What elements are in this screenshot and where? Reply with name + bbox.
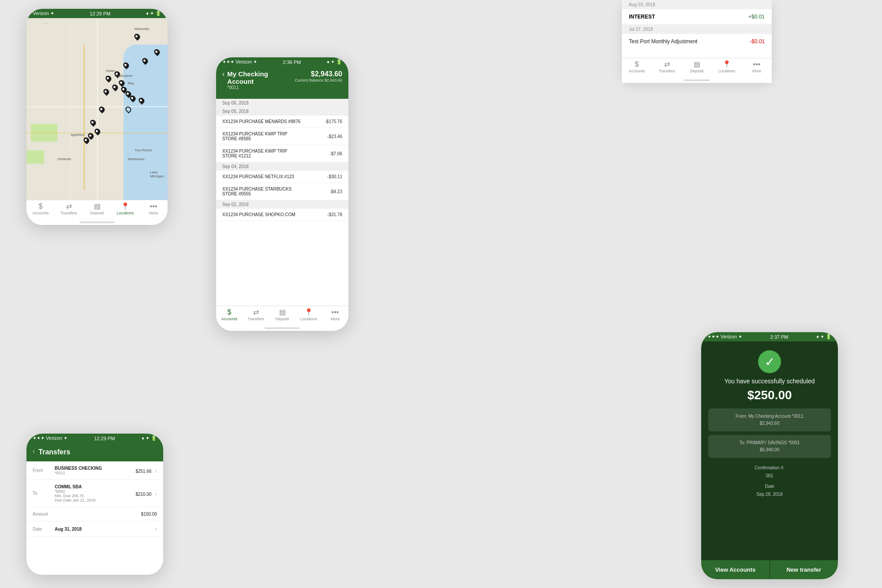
txn-row-kwip1[interactable]: XX1234 PURCHASE KWIP TRIP STORE #8585 -$… xyxy=(216,128,348,145)
nav-more-checking[interactable]: ••• More xyxy=(322,309,348,321)
txn-amount: -$31.78 xyxy=(327,212,342,217)
nav-more-map[interactable]: ••• More xyxy=(139,203,168,215)
bottom-nav-txn: $ Accounts ⇄ Transfers ▤ Deposit 📍 Locat… xyxy=(622,58,772,78)
nav-transfers-txn[interactable]: ⇄ Transfers xyxy=(652,61,682,73)
transfer-row-amount[interactable]: Amount $150.00 xyxy=(26,507,163,521)
to-label: To xyxy=(33,491,55,496)
accounts-icon-checking: $ xyxy=(228,309,232,316)
nav-deposit-map[interactable]: ▤ Deposit xyxy=(83,203,111,215)
txn-row-starbucks[interactable]: XX1234 PURCHASE STARBUCKS STORE #0555 -$… xyxy=(216,183,348,200)
carrier-checking: ✦✦✦ Verizon ✦ xyxy=(222,59,257,65)
time-transfers: 12:29 PM xyxy=(94,436,115,441)
accounts-icon-txn: $ xyxy=(635,61,639,68)
nav-label-deposit-map: Deposit xyxy=(90,211,104,215)
status-bar-success: ✦✦✦ Verizon ✦ 2:37 PM ♦ ✦ 🔋 xyxy=(701,332,838,341)
view-accounts-button[interactable]: View Accounts xyxy=(701,560,770,579)
nav-locations-map[interactable]: 📍 Locations xyxy=(111,203,139,215)
back-btn-transfers[interactable]: ‹ xyxy=(33,447,35,455)
to-chevron: › xyxy=(155,491,157,497)
txn-row-shopko[interactable]: XX1234 PURCHASE SHOPKO.COM -$31.78 xyxy=(216,209,348,221)
success-action-buttons: View Accounts New transfer xyxy=(701,560,838,579)
nav-deposit-checking[interactable]: ▤ Deposit xyxy=(269,309,295,321)
txn-amount: -$175.76 xyxy=(325,119,342,124)
nav-deposit-txn[interactable]: ▤ Deposit xyxy=(682,61,712,73)
nav-accounts-txn[interactable]: $ Accounts xyxy=(622,61,652,73)
accounts-icon-map: $ xyxy=(39,203,43,210)
nav-transfers-checking[interactable]: ⇄ Transfers xyxy=(243,309,269,321)
amount-value: $150.00 xyxy=(141,512,157,517)
success-to-box: To: PRIMARY SAVINGS *0001 $6,940.00 xyxy=(708,435,831,458)
nav-accounts-map[interactable]: $ Accounts xyxy=(26,203,55,215)
home-indicator-map xyxy=(26,220,168,225)
from-label: From xyxy=(33,468,55,473)
map-area[interactable]: Hawe Aubauquee Bay Appleton Oshkosh Two … xyxy=(26,18,168,200)
signal-map: ♦ ✦ 🔋 xyxy=(146,11,161,16)
home-indicator-txn xyxy=(622,78,772,83)
interest-label: INTEREST xyxy=(629,14,655,20)
nav-label-transfers-map: Transfers xyxy=(60,211,77,215)
back-button-checking[interactable]: ‹ xyxy=(222,70,224,78)
nav-label-more-checking: More xyxy=(331,317,340,321)
transfers-icon-map: ⇄ xyxy=(66,203,72,210)
phone-success-frame: ✦✦✦ Verizon ✦ 2:37 PM ♦ ✦ 🔋 ✓ You have s… xyxy=(701,332,838,579)
nav-transfers-map[interactable]: ⇄ Transfers xyxy=(55,203,83,215)
account-header: ‹ My Checking Account *0011 $2,943.60 Cu… xyxy=(216,67,348,99)
signal-transfers: ♦ ✦ 🔋 xyxy=(142,435,157,441)
confirmation-number: 001 xyxy=(766,473,774,478)
nav-more-txn[interactable]: ••• More xyxy=(742,61,772,73)
nav-label-locations-checking: Locations xyxy=(300,317,318,321)
date-aug03: Aug 03, 2018 xyxy=(622,0,772,9)
txn-row-netflix[interactable]: XX1234 PURCHASE NETFLIX #123 -$30.11 xyxy=(216,171,348,183)
new-transfer-button[interactable]: New transfer xyxy=(770,560,838,579)
transfer-row-to[interactable]: To COMML SBA *8002 Min. Due 266.75 Due D… xyxy=(26,480,163,507)
success-date: Date Sep 28, 2018 xyxy=(756,483,783,498)
phone-checking-frame: ✦✦✦ Verizon ✦ 2:36 PM ♦ ✦ 🔋 ‹ My Checkin… xyxy=(216,57,348,331)
interest-row[interactable]: INTEREST +$0.01 xyxy=(622,9,772,25)
time-success: 2:37 PM xyxy=(770,334,789,340)
carrier-transfers: ✦✦✦ Verizon ✦ xyxy=(33,435,67,441)
bottom-nav-checking: $ Accounts ⇄ Transfers ▤ Deposit 📍 Locat… xyxy=(216,306,348,326)
signal-success: ♦ ✦ 🔋 xyxy=(816,334,832,340)
nav-locations-checking[interactable]: 📍 Locations xyxy=(295,309,322,321)
to-amount: $210.00 xyxy=(135,492,151,497)
from-amount: $251.66 xyxy=(135,469,151,474)
locations-icon-map: 📍 xyxy=(121,203,130,210)
txn-desc: XX1234 PURCHASE KWIP TRIP STORE #1212 xyxy=(222,149,302,158)
date-header-sep02: Sep 02, 2018 xyxy=(216,200,348,209)
transfer-row-date[interactable]: Date Aug 31, 2018 › xyxy=(26,521,163,537)
locations-icon-txn: 📍 xyxy=(722,61,731,68)
txn-row-kwip2[interactable]: XX1234 PURCHASE KWIP TRIP STORE #1212 -$… xyxy=(216,145,348,162)
nav-label-deposit-txn: Deposit xyxy=(690,69,704,73)
txn-desc: XX1234 PURCHASE NETFLIX #123 xyxy=(222,174,294,179)
phone-map-frame: Verizon ✦ 12:29 PM ♦ ✦ 🔋 xyxy=(26,9,168,225)
interest-amount: +$0.01 xyxy=(748,14,765,20)
date-value: Aug 31, 2018 xyxy=(55,527,153,532)
more-icon-map: ••• xyxy=(150,203,157,210)
locations-icon-checking: 📍 xyxy=(304,309,313,316)
transfer-row-from[interactable]: From BUSINESS CHECKING *0011 $251.66 › xyxy=(26,461,163,480)
nav-label-more-txn: More xyxy=(752,69,762,73)
success-from-box: From: My Checking Account *0011 $2,943.6… xyxy=(708,408,831,431)
nav-locations-txn[interactable]: 📍 Locations xyxy=(712,61,742,73)
success-to-label: To: PRIMARY SAVINGS *0001 xyxy=(714,439,826,446)
date-label-row: Date xyxy=(33,527,55,532)
nav-accounts-checking[interactable]: $ Accounts xyxy=(216,309,243,321)
transfer-rows: From BUSINESS CHECKING *0011 $251.66 › T… xyxy=(26,461,163,575)
nav-label-deposit-checking: Deposit xyxy=(276,317,289,321)
balance-label: Current Balance $2,943.60 xyxy=(295,78,342,82)
status-bar-transfers: ✦✦✦ Verizon ✦ 12:29 PM ♦ ✦ 🔋 xyxy=(26,434,163,443)
nav-label-locations-txn: Locations xyxy=(718,69,736,73)
txn-row-menards[interactable]: XX1234 PURCHASE MENARDS #9876 -$175.76 xyxy=(216,116,348,128)
nav-label-accounts-txn: Accounts xyxy=(628,69,645,73)
date-header-sep05: Sep 05, 2018 xyxy=(216,107,348,116)
from-chevron: › xyxy=(155,468,157,474)
bottom-nav-map: $ Accounts ⇄ Transfers ▤ Deposit 📍 Locat… xyxy=(26,200,168,220)
adjustment-row[interactable]: Test Port Monthly Adjustment -$0.01 xyxy=(622,34,772,49)
to-due-date: Due Date Jan 21, 2019 xyxy=(55,498,135,502)
time-checking: 2:36 PM xyxy=(283,60,301,65)
balance-amount: $2,943.60 xyxy=(295,70,342,78)
more-icon-txn: ••• xyxy=(753,61,761,68)
status-bar-map: Verizon ✦ 12:29 PM ♦ ✦ 🔋 xyxy=(26,9,168,18)
transfer-header: ‹ Transfers xyxy=(26,443,163,461)
confirmation-label: Confirmation #: xyxy=(755,465,785,470)
